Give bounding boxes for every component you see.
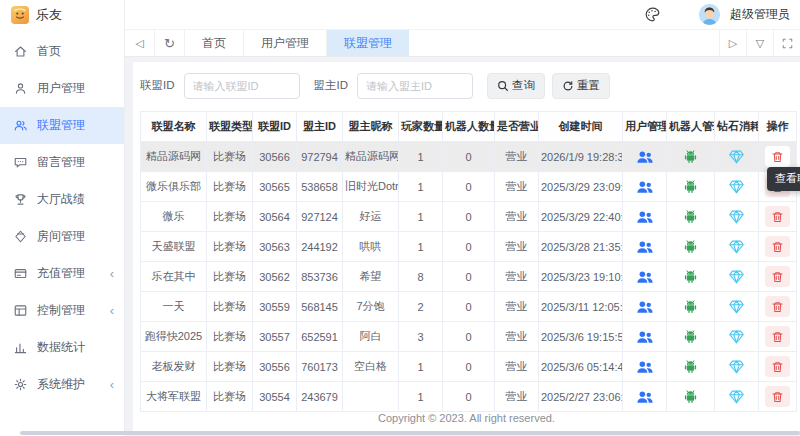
sidebar-item-hall-records[interactable]: 大厅战绩 [0,181,124,218]
main-area: 联盟ID 盟主ID 查询 重置 联盟名称联盟类 [125,57,800,436]
tabs-dropdown-icon[interactable]: ▽ [746,30,773,56]
sidebar-item-label: 系统维护 [37,376,85,393]
robot-management-icon[interactable] [682,358,699,375]
robot-management-icon[interactable] [682,388,699,405]
trash-icon [771,210,784,224]
column-header: 联盟名称 [141,112,207,142]
delete-button[interactable] [765,236,790,257]
cell-name: 跑得快2025 [141,322,207,352]
theme-palette-icon[interactable] [644,6,661,23]
robot-management-icon[interactable] [682,178,699,195]
sidebar-item-system-maintenance[interactable]: 系统维护‹ [0,366,124,403]
robot-management-icon[interactable] [682,298,699,315]
user-management-icon[interactable] [636,389,654,405]
robot-management-icon[interactable] [682,208,699,225]
diamond-consume-icon[interactable] [728,269,745,284]
delete-button[interactable] [765,146,790,167]
admin-name[interactable]: 超级管理员 [730,6,790,23]
user-management-icon[interactable] [636,329,654,345]
column-header: 钻石消耗 [715,112,759,142]
user-management-icon[interactable] [636,179,654,195]
cell-owner-nick: 希望 [343,262,399,292]
reset-button[interactable]: 重置 [552,73,610,99]
tab-1[interactable]: 用户管理 [244,30,327,56]
filter-bar: 联盟ID 盟主ID 查询 重置 [140,72,800,99]
robot-management-icon[interactable] [682,148,699,165]
cell-owner-id: 244192 [297,232,343,262]
diamond-consume-icon[interactable] [728,329,745,344]
user-management-icon[interactable] [636,269,654,285]
tab-0[interactable]: 首页 [185,30,244,56]
cell-robot-management [667,352,715,382]
cell-created: 2025/2/27 23:06:27 [539,382,623,412]
cell-owner-id: 538658 [297,172,343,202]
nav-forward-icon[interactable]: ▷ [719,30,746,56]
diamond-consume-icon[interactable] [728,149,745,164]
delete-button[interactable] [765,266,790,287]
table-row: 老板发财比赛场30556760173空白格10营业2025/3/6 05:14:… [141,352,797,382]
user-management-icon[interactable] [636,209,654,225]
cell-owner-id: 927124 [297,202,343,232]
user-management-icon[interactable] [636,299,654,315]
diamond-consume-icon[interactable] [728,299,745,314]
robot-management-icon[interactable] [682,328,699,345]
sidebar-item-message-management[interactable]: 留言管理 [0,144,124,181]
diamond-consume-icon[interactable] [728,359,745,374]
cell-players: 1 [399,232,443,262]
cell-league-id: 30557 [253,322,297,352]
delete-button[interactable] [765,296,790,317]
cell-players: 1 [399,172,443,202]
sidebar: 乐友 首页用户管理联盟管理留言管理大厅战绩房间管理充值管理‹控制管理‹数据统计系… [0,0,125,436]
cell-robot-management [667,172,715,202]
user-management-icon[interactable] [636,149,654,165]
collapse-arrow-icon: ‹ [110,378,114,391]
nav-back-icon[interactable]: ◁ [125,30,155,56]
search-button[interactable]: 查询 [487,73,545,99]
robot-management-icon[interactable] [682,238,699,255]
cell-user-management [623,232,667,262]
header-bar: 超级管理员 [125,0,800,30]
delete-button[interactable] [765,356,790,377]
user-management-icon[interactable] [636,359,654,375]
fullscreen-icon[interactable] [773,30,800,56]
sidebar-item-recharge-management[interactable]: 充值管理‹ [0,255,124,292]
cell-robots: 0 [443,322,495,352]
delete-button[interactable] [765,206,790,227]
cell-type: 比赛场 [207,382,253,412]
alliance-table: 联盟名称联盟类型联盟ID盟主ID盟主昵称玩家数量机器人数量是否营业创建时间用户管… [140,111,797,412]
delete-button[interactable] [765,386,790,407]
owner-id-input[interactable] [357,73,473,99]
sidebar-item-user-management[interactable]: 用户管理 [0,70,124,107]
cell-owner-id: 243679 [297,382,343,412]
sidebar-item-room-management[interactable]: 房间管理 [0,218,124,255]
diamond-consume-icon[interactable] [728,239,745,254]
tab-active[interactable]: 联盟管理 [327,30,409,56]
sidebar-item-control-management[interactable]: 控制管理‹ [0,292,124,329]
cell-owner-nick: 旧时光Dotre [343,172,399,202]
league-id-input[interactable] [184,73,300,99]
cell-created: 2025/3/28 21:35:00 [539,232,623,262]
cell-robots: 0 [443,142,495,172]
cell-status: 营业 [495,142,539,172]
robot-management-icon[interactable] [682,268,699,285]
diamond-consume-icon[interactable] [728,209,745,224]
sidebar-item-data-statistics[interactable]: 数据统计 [0,329,124,366]
cell-delete [759,352,797,382]
user-avatar[interactable] [699,4,720,25]
cell-league-id: 30562 [253,262,297,292]
diamond-consume-icon[interactable] [728,389,745,404]
nav-refresh-icon[interactable]: ↻ [155,30,185,56]
delete-button[interactable] [765,326,790,347]
cell-robot-management [667,232,715,262]
cell-status: 营业 [495,202,539,232]
sidebar-item-alliance-management[interactable]: 联盟管理 [0,107,124,144]
cell-created: 2025/3/11 12:05:28 [539,292,623,322]
sidebar-item-home[interactable]: 首页 [0,33,124,70]
column-header: 联盟ID [253,112,297,142]
horizontal-scrollbar[interactable] [20,431,800,435]
diamond-consume-icon[interactable] [728,179,745,194]
cell-owner-nick: 好运 [343,202,399,232]
user-management-icon[interactable] [636,239,654,255]
cell-robot-management [667,202,715,232]
home-icon [13,44,28,59]
